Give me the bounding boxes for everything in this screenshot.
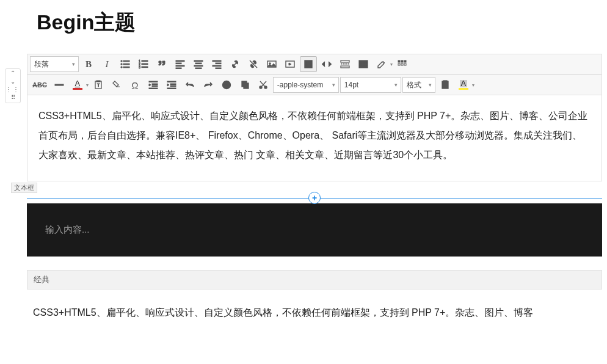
svg-rect-45 — [152, 86, 158, 87]
dark-content-block[interactable]: 输入内容... — [27, 203, 602, 257]
background-color-caret-icon[interactable]: ▾ — [472, 82, 474, 88]
cut-button[interactable] — [255, 77, 272, 93]
svg-rect-15 — [176, 68, 181, 69]
clear-formatting-button[interactable] — [108, 77, 125, 93]
svg-rect-21 — [216, 63, 221, 64]
svg-rect-28 — [306, 62, 311, 67]
text-color-button[interactable]: A — [69, 77, 86, 93]
svg-rect-39 — [55, 84, 64, 86]
text-color-caret-icon[interactable]: ▾ — [86, 82, 89, 88]
bullet-list-button[interactable] — [117, 56, 134, 72]
svg-rect-20 — [213, 60, 221, 62]
svg-point-54 — [260, 86, 262, 89]
dropdown-caret-icon[interactable]: ▾ — [390, 62, 393, 67]
classic-block-header[interactable]: 经典 — [27, 270, 602, 289]
code-button[interactable] — [318, 56, 335, 72]
move-down-icon[interactable]: ⌄ — [10, 78, 15, 86]
svg-rect-44 — [152, 84, 158, 85]
align-left-button[interactable] — [172, 56, 189, 72]
svg-rect-47 — [167, 81, 176, 82]
drag-handle-icon[interactable]: ⠿ — [11, 94, 15, 103]
svg-rect-41 — [96, 81, 100, 82]
align-right-button[interactable] — [208, 56, 225, 72]
svg-rect-35 — [404, 60, 406, 62]
link-button[interactable] — [227, 56, 244, 72]
svg-rect-1 — [123, 60, 129, 62]
svg-rect-30 — [341, 64, 349, 64]
italic-button[interactable]: I — [98, 56, 115, 72]
indent-button[interactable] — [163, 77, 180, 93]
svg-rect-23 — [216, 68, 221, 69]
table-button[interactable] — [355, 56, 372, 72]
svg-rect-5 — [123, 67, 129, 68]
block-inserter-line: + — [27, 198, 602, 198]
svg-rect-32 — [359, 60, 368, 68]
paste-text-button[interactable]: T — [90, 77, 107, 93]
insert-video-button[interactable] — [282, 56, 299, 72]
special-char-button[interactable]: Ω — [126, 77, 144, 93]
style-select[interactable]: 格式 — [402, 77, 435, 93]
svg-rect-33 — [398, 60, 400, 62]
svg-rect-19 — [195, 68, 202, 69]
svg-rect-29 — [341, 60, 349, 62]
toolbar-row-1: 段落 B I 123 ▾ — [27, 54, 602, 75]
svg-rect-43 — [149, 81, 158, 82]
align-center-button[interactable] — [190, 56, 207, 72]
strikethrough-button[interactable]: ABC — [30, 77, 49, 93]
add-block-button[interactable]: + — [308, 192, 321, 204]
svg-text:T: T — [97, 83, 100, 87]
svg-rect-14 — [176, 65, 184, 67]
redo-button[interactable] — [200, 77, 217, 93]
svg-rect-37 — [401, 64, 403, 65]
svg-point-2 — [121, 64, 122, 65]
copy-button[interactable] — [236, 77, 253, 93]
svg-rect-12 — [176, 60, 184, 62]
svg-rect-3 — [123, 64, 129, 65]
svg-text:3: 3 — [139, 65, 140, 69]
svg-rect-11 — [142, 67, 148, 68]
insert-more-button[interactable] — [336, 56, 354, 72]
svg-rect-16 — [194, 60, 203, 62]
classic-editor-block: 经典 CSS3+HTML5、扁平化、响应式设计、自定义颜色风格，不依赖任何前端框… — [27, 270, 602, 322]
unlink-button[interactable] — [245, 56, 262, 72]
outdent-button[interactable] — [145, 77, 162, 93]
toolbar-row-2: ABC A ▾ T Ω -apple-system 14pt 格式 A ▾ — [27, 75, 602, 95]
svg-point-55 — [264, 86, 267, 89]
bold-button[interactable]: B — [80, 56, 97, 72]
svg-rect-57 — [443, 81, 447, 82]
background-color-button[interactable]: A — [455, 77, 472, 93]
svg-rect-53 — [244, 83, 249, 89]
editor-content[interactable]: CSS3+HTML5、扁平化、响应式设计、自定义颜色风格，不依赖任何前端框架，支… — [27, 95, 602, 181]
svg-rect-18 — [194, 65, 203, 67]
svg-rect-34 — [401, 60, 403, 62]
blockquote-button[interactable] — [153, 56, 170, 72]
hr-button[interactable] — [51, 77, 68, 93]
svg-rect-56 — [442, 81, 448, 89]
svg-rect-48 — [170, 84, 176, 85]
svg-rect-22 — [213, 65, 221, 67]
svg-point-0 — [121, 60, 122, 62]
svg-rect-7 — [142, 60, 148, 62]
svg-rect-50 — [167, 88, 176, 89]
paste-button[interactable] — [437, 77, 454, 93]
font-size-select[interactable]: 14pt — [340, 77, 401, 93]
format-select[interactable]: 段落 — [30, 56, 79, 72]
editor-frame: 段落 B I 123 ▾ ABC A ▾ T Ω — [27, 54, 602, 181]
edit-button[interactable] — [373, 56, 390, 72]
fullscreen-button[interactable] — [300, 56, 317, 72]
svg-rect-46 — [149, 88, 158, 89]
toolbar-toggle-button[interactable] — [394, 56, 411, 72]
font-family-select[interactable]: -apple-system — [273, 77, 339, 93]
insert-media-button[interactable] — [263, 56, 280, 72]
dark-block-placeholder: 输入内容... — [45, 224, 90, 235]
svg-rect-49 — [170, 86, 176, 87]
page-title: Begin主题 — [37, 9, 607, 37]
move-up-icon[interactable]: ⌃ — [10, 69, 15, 78]
undo-button[interactable] — [181, 77, 198, 93]
number-list-button[interactable]: 123 — [135, 56, 152, 72]
block-move-handle[interactable]: ⌃ ⌄ ⋮⋮ ⠿ — [5, 68, 21, 103]
help-button[interactable] — [218, 77, 235, 93]
classic-block-content[interactable]: CSS3+HTML5、扁平化、响应式设计、自定义颜色风格，不依赖任何前端框架，支… — [27, 289, 602, 322]
drag-dots-icon[interactable]: ⋮⋮ — [5, 86, 20, 94]
block-type-label: 文本框 — [11, 183, 37, 193]
